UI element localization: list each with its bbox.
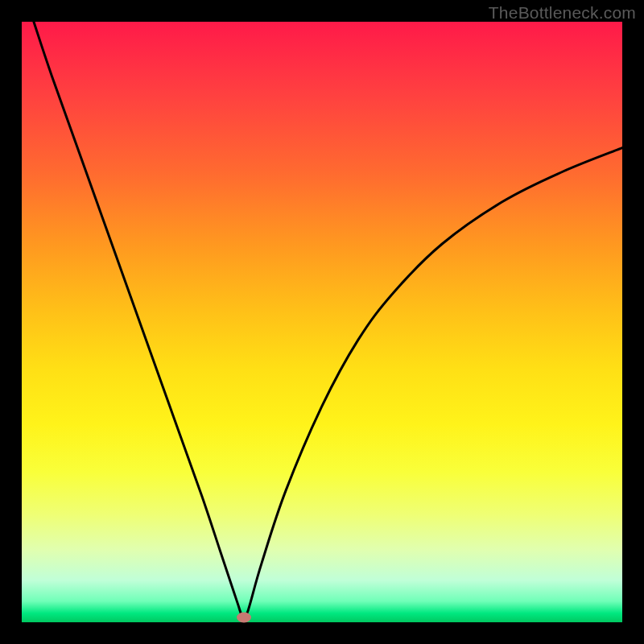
watermark-text: TheBottleneck.com	[489, 3, 636, 23]
chart-container: TheBottleneck.com	[0, 0, 644, 644]
optimal-point-marker	[237, 613, 251, 623]
watermark-label: TheBottleneck.com	[489, 3, 636, 22]
bottleneck-curve	[22, 22, 622, 622]
plot-area	[22, 22, 622, 622]
